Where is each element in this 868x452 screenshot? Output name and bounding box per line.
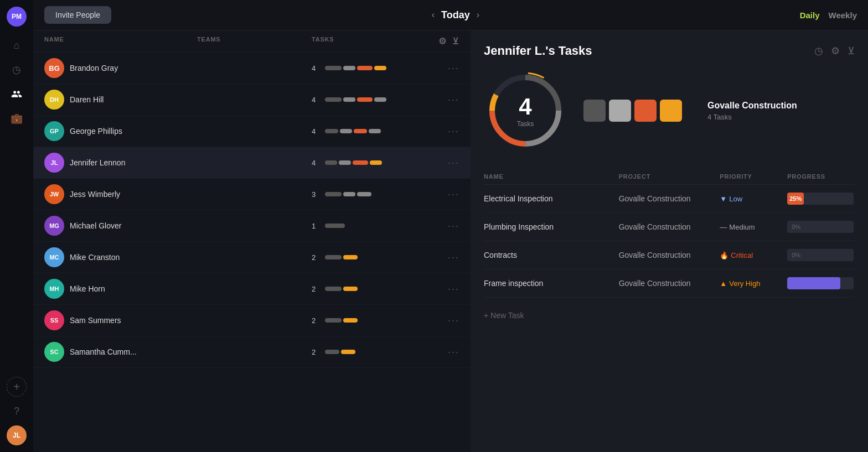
task-filter-icon[interactable]: ⊻ (848, 45, 855, 57)
task-bar (325, 224, 345, 228)
more-options-button[interactable]: ··· (426, 126, 459, 137)
more-options-button[interactable]: ··· (426, 346, 459, 358)
task-project: Govalle Construction (619, 279, 720, 288)
task-bar (343, 192, 355, 196)
app-logo[interactable]: PM (7, 7, 27, 27)
task-bar (343, 97, 355, 102)
people-row[interactable]: DH Daren Hill 4 ··· (33, 84, 471, 116)
people-row[interactable]: BG Brandon Gray 4 ··· (33, 53, 471, 84)
new-task-button[interactable]: + New Task (484, 302, 855, 329)
people-row[interactable]: MG Michael Glover 1 ··· (33, 210, 471, 242)
settings-icon[interactable]: ⚙ (831, 45, 840, 57)
progress-cell: 0% (787, 221, 855, 233)
people-row[interactable]: SS Sam Summers 2 ··· (33, 305, 471, 336)
avatar: DH (44, 90, 64, 110)
task-row[interactable]: Plumbing Inspection Govalle Construction… (484, 213, 855, 241)
people-panel: NAME TEAMS TASKS ⚙ ⊻ BG Brandon Gray 4 ·… (33, 30, 471, 452)
person-tasks: 4 (312, 127, 426, 136)
task-bar (325, 66, 342, 70)
people-row[interactable]: GP George Phillips 4 ··· (33, 116, 471, 147)
sidebar-add-button[interactable]: + (7, 377, 27, 397)
invite-people-button[interactable]: Invite People (44, 6, 111, 24)
progress-bar (787, 277, 840, 289)
task-project: Govalle Construction (619, 222, 720, 231)
person-tasks: 2 (312, 316, 426, 325)
task-bar (354, 129, 367, 133)
task-bar (374, 66, 386, 70)
people-list: BG Brandon Gray 4 ··· DH Daren Hill 4 ··… (33, 53, 471, 368)
task-panel: Jennifer L.'s Tasks ◷ ⚙ ⊻ (471, 30, 868, 452)
sidebar-item-help[interactable]: ? (7, 401, 27, 421)
person-name: DH Daren Hill (44, 90, 197, 110)
people-row[interactable]: JW Jess Wimberly 3 ··· (33, 179, 471, 210)
person-name: MC Mike Cranston (44, 247, 197, 267)
task-row[interactable]: Electrical Inspection Govalle Constructi… (484, 185, 855, 213)
task-bar (325, 255, 342, 259)
progress-cell (787, 277, 855, 289)
more-options-button[interactable]: ··· (426, 252, 459, 263)
col-tasks-header: TASKS (312, 36, 426, 46)
more-options-button[interactable]: ··· (426, 283, 459, 295)
task-rows: Electrical Inspection Govalle Constructi… (484, 185, 855, 298)
task-summary: 4 Tasks Govalle Construction 4 Tasks (484, 69, 855, 152)
task-donut-chart: 4 Tasks (484, 69, 567, 152)
more-options-button[interactable]: ··· (426, 220, 459, 232)
weekly-view-button[interactable]: Weekly (829, 11, 857, 20)
person-name: MH Mike Horn (44, 279, 197, 299)
task-name: Plumbing Inspection (484, 222, 619, 231)
summary-project-name: Govalle Construction (707, 101, 797, 111)
task-table-header: NAME PROJECT PRIORITY PROGRESS (484, 169, 855, 185)
sidebar-item-home[interactable]: ⌂ (7, 35, 27, 55)
task-row[interactable]: Frame inspection Govalle Construction ▲ … (484, 269, 855, 298)
person-tasks: 2 (312, 348, 426, 356)
person-tasks: 4 (312, 96, 426, 104)
person-tasks: 4 (312, 159, 426, 167)
person-tasks: 3 (312, 190, 426, 199)
person-name: MG Michael Glover (44, 216, 197, 236)
summary-bars (583, 100, 682, 122)
prev-date-button[interactable]: ‹ (432, 10, 435, 20)
sidebar-item-people[interactable] (7, 84, 27, 104)
task-bar (353, 160, 368, 165)
sidebar: PM ⌂ ◷ 💼 + ? JL (0, 0, 33, 452)
people-row[interactable]: MC Mike Cranston 2 ··· (33, 242, 471, 273)
person-tasks: 2 (312, 253, 426, 262)
col-task-project: PROJECT (619, 173, 720, 180)
sidebar-item-work[interactable]: 💼 (7, 108, 27, 128)
task-bar (343, 287, 358, 291)
clock-icon[interactable]: ◷ (814, 45, 823, 57)
date-navigation: ‹ Today › (432, 9, 479, 21)
more-options-button[interactable]: ··· (426, 315, 459, 326)
task-bar (370, 160, 382, 165)
people-row[interactable]: SC Samantha Cumm... 2 ··· (33, 336, 471, 368)
task-bar (343, 318, 358, 323)
daily-view-button[interactable]: Daily (800, 11, 820, 20)
topbar: Invite People ‹ Today › Daily Weekly (33, 0, 868, 30)
filter-icon[interactable]: ⊻ (452, 36, 459, 46)
next-date-button[interactable]: › (477, 10, 479, 20)
task-name: Electrical Inspection (484, 194, 619, 203)
task-bar (357, 66, 373, 70)
avatar: MC (44, 247, 64, 267)
avatar: SS (44, 310, 64, 330)
people-row[interactable]: MH Mike Horn 2 ··· (33, 273, 471, 305)
more-options-button[interactable]: ··· (426, 94, 459, 106)
people-row[interactable]: JL Jennifer Lennon 4 ··· (33, 147, 471, 179)
more-options-button[interactable]: ··· (426, 189, 459, 200)
col-task-priority: PRIORITY (720, 173, 787, 180)
person-tasks: 4 (312, 64, 426, 72)
task-row[interactable]: Contracts Govalle Construction 🔥 Critica… (484, 241, 855, 269)
task-bar (339, 160, 351, 165)
more-options-button[interactable]: ··· (426, 157, 459, 169)
sidebar-item-history[interactable]: ◷ (7, 60, 27, 80)
more-options-button[interactable]: ··· (426, 63, 459, 74)
sidebar-user-avatar[interactable]: JL (7, 425, 27, 445)
col-name-header: NAME (44, 36, 197, 46)
progress-cell: 25% (787, 193, 855, 205)
filter-settings-icon[interactable]: ⚙ (438, 36, 447, 46)
task-bar (325, 97, 342, 102)
priority-badge: — Medium (720, 223, 787, 231)
task-bar (343, 66, 355, 70)
task-bar (357, 97, 373, 102)
priority-badge: ▲ Very High (720, 279, 787, 288)
